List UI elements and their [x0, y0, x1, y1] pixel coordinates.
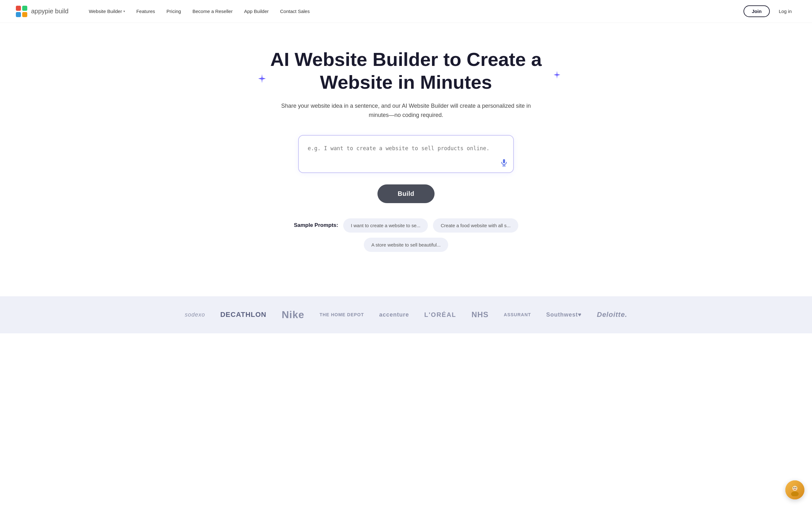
- nav-links: Website Builder ▾ Features Pricing Becom…: [84, 6, 744, 16]
- brand-nhs: NHS: [472, 310, 489, 319]
- hero-subtitle: Share your website idea in a sentence, a…: [276, 101, 536, 120]
- prompt-chip-3[interactable]: A store website to sell beautiful...: [364, 238, 448, 252]
- svg-rect-1: [22, 6, 27, 11]
- nav-features[interactable]: Features: [131, 6, 160, 16]
- join-button[interactable]: Join: [744, 5, 770, 17]
- svg-point-10: [796, 487, 797, 488]
- build-button-container: Build: [247, 184, 565, 203]
- brand-sodexo: sodexo: [185, 312, 205, 318]
- sparkle-left-icon: [257, 73, 267, 86]
- brand-loreal: L'ORÉAL: [424, 311, 456, 319]
- hero-title: AI Website Builder to Create a Website i…: [247, 48, 565, 94]
- brand-accenture: accenture: [379, 312, 409, 318]
- brand-home-depot: THE HOME DEPOT: [320, 312, 364, 317]
- logo-text: appypie build: [31, 8, 68, 15]
- svg-rect-4: [503, 159, 505, 163]
- appypie-logo-icon: [15, 5, 28, 18]
- nav-contact-sales[interactable]: Contact Sales: [275, 6, 315, 16]
- brand-assurant: ASSURANT: [504, 312, 531, 317]
- chat-support-avatar[interactable]: [785, 481, 804, 499]
- prompt-chip-1[interactable]: I want to create a website to se...: [343, 218, 428, 233]
- sparkle-right-icon: [553, 70, 561, 81]
- navbar: appypie build Website Builder ▾ Features…: [0, 0, 812, 23]
- nav-pricing[interactable]: Pricing: [161, 6, 186, 16]
- brands-section: sodexo DECATHLON Nike THE HOME DEPOT acc…: [0, 296, 812, 333]
- logo[interactable]: appypie build: [15, 5, 68, 18]
- svg-rect-0: [16, 6, 21, 11]
- brand-decathlon: DECATHLON: [220, 311, 266, 319]
- nav-app-builder[interactable]: App Builder: [239, 6, 274, 16]
- login-button[interactable]: Log in: [774, 6, 797, 16]
- svg-rect-3: [22, 12, 27, 17]
- sample-prompts-label: Sample Prompts:: [294, 222, 338, 228]
- nav-actions: Join Log in: [744, 5, 797, 17]
- website-idea-input[interactable]: [298, 135, 514, 173]
- brand-nike: Nike: [282, 309, 305, 321]
- sample-prompts: Sample Prompts: I want to create a websi…: [247, 218, 565, 277]
- brand-deloitte: Deloitte.: [597, 311, 627, 319]
- search-container: [298, 135, 514, 174]
- build-button[interactable]: Build: [377, 184, 435, 203]
- chevron-down-icon: ▾: [123, 9, 125, 13]
- avatar-image: [785, 481, 804, 499]
- hero-section: AI Website Builder to Create a Website i…: [0, 23, 812, 296]
- brand-southwest: Southwest♥: [546, 312, 582, 318]
- svg-point-9: [794, 487, 795, 488]
- nav-reseller[interactable]: Become a Reseller: [188, 6, 238, 16]
- svg-rect-2: [16, 12, 21, 17]
- svg-point-8: [791, 492, 799, 496]
- nav-website-builder[interactable]: Website Builder ▾: [84, 6, 130, 16]
- svg-point-7: [792, 486, 798, 491]
- microphone-icon[interactable]: [500, 158, 508, 169]
- hero-content: AI Website Builder to Create a Website i…: [232, 23, 580, 296]
- prompt-chip-2[interactable]: Create a food website with all s...: [433, 218, 518, 233]
